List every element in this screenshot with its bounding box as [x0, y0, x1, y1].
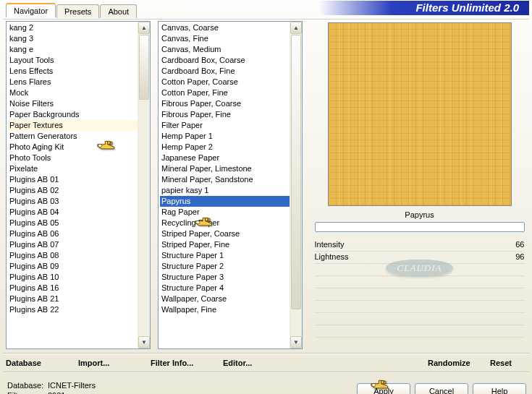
scroll-up-icon[interactable]: ▲ [138, 22, 150, 34]
filter-info-link[interactable]: Filter Info... [151, 359, 223, 367]
list-item[interactable]: Structure Paper 1 [160, 250, 300, 261]
slider-intensity[interactable]: Intensity 66 [315, 239, 525, 252]
slider-panel: Intensity 66 Lightness 96 . . . . . . CL… [315, 239, 525, 338]
progress-bar [315, 222, 525, 232]
list-item[interactable]: Cardboard Box, Coarse [160, 55, 300, 66]
status-text: Database:ICNET-Filters Filters:2931 [7, 380, 96, 394]
list-item[interactable]: Cotton Paper, Coarse [160, 77, 300, 87]
list-item[interactable]: Noise Filters [8, 98, 148, 109]
list-item[interactable]: Plugins AB 06 [8, 228, 148, 239]
list-item[interactable]: Mineral Paper, Limestone [160, 163, 300, 174]
list-item[interactable]: Wallpaper, Coarse [160, 294, 300, 304]
list-item[interactable]: Canvas, Medium [160, 44, 300, 55]
tab-about[interactable]: About [100, 4, 137, 18]
list-item[interactable]: Structure Paper 4 [160, 283, 300, 294]
list-item[interactable]: Paper Backgrounds [8, 109, 148, 120]
list-item[interactable]: Paper Textures [8, 120, 148, 131]
preview-label: Papyrus [405, 210, 434, 219]
list-item[interactable]: Hemp Paper 2 [160, 142, 300, 153]
tab-presets[interactable]: Presets [56, 4, 99, 18]
scrollbar[interactable]: ▲ ▼ [290, 22, 302, 348]
list-item[interactable]: Wallpaper, Fine [160, 304, 300, 315]
list-item[interactable]: kang e [8, 44, 148, 55]
reset-link[interactable]: Reset [490, 359, 526, 367]
database-link[interactable]: Database [6, 359, 78, 367]
list-item[interactable]: Cotton Paper, Fine [160, 87, 300, 98]
list-item[interactable]: Plugins AB 01 [8, 174, 148, 185]
list-item[interactable]: Cardboard Box, Fine [160, 66, 300, 77]
preview-image [328, 22, 512, 206]
list-item[interactable]: Photo Tools [8, 153, 148, 163]
category-list[interactable]: kang 2kang 3kang eLayout ToolsLens Effec… [6, 21, 151, 349]
scroll-thumb[interactable] [139, 35, 149, 100]
list-item[interactable]: Photo Aging Kit [8, 142, 148, 153]
list-item[interactable]: Plugins AB 03 [8, 196, 148, 207]
tab-navigator[interactable]: Navigator [6, 3, 56, 17]
list-item[interactable]: Mock [8, 87, 148, 98]
list-item[interactable]: Japanese Paper [160, 153, 300, 163]
scroll-down-icon[interactable]: ▼ [138, 336, 150, 348]
slider-value: 66 [515, 240, 524, 250]
list-item[interactable]: Plugins AB 09 [8, 261, 148, 272]
list-item[interactable]: Plugins AB 08 [8, 250, 148, 261]
randomize-link[interactable]: Randomize [428, 359, 490, 367]
list-item[interactable]: Layout Tools [8, 55, 148, 66]
tab-strip: Navigator Presets About [6, 1, 138, 17]
list-item[interactable]: Plugins AB 10 [8, 272, 148, 283]
list-item[interactable]: Recycling Paper [160, 218, 300, 228]
list-item[interactable]: Structure Paper 3 [160, 272, 300, 283]
list-item[interactable]: Plugins AB 05 [8, 218, 148, 228]
list-item[interactable]: Striped Paper, Fine [160, 239, 300, 250]
list-item[interactable]: Canvas, Fine [160, 33, 300, 44]
list-item[interactable]: Pattern Generators [8, 131, 148, 142]
scroll-up-icon[interactable]: ▲ [290, 22, 302, 34]
list-item[interactable]: Mineral Paper, Sandstone [160, 174, 300, 185]
list-item[interactable]: Hemp Paper 1 [160, 131, 300, 142]
apply-button[interactable]: Apply [357, 383, 410, 394]
list-item[interactable]: Fibrous Paper, Fine [160, 109, 300, 120]
list-item[interactable]: kang 2 [8, 22, 148, 33]
list-item[interactable]: kang 3 [8, 33, 148, 44]
editor-link[interactable]: Editor... [223, 359, 295, 367]
list-item[interactable]: Papyrus [160, 196, 300, 207]
title-banner: Filters Unlimited 2.0 [318, 1, 529, 15]
list-item[interactable]: papier kasy 1 [160, 185, 300, 196]
list-item[interactable]: Plugins AB 02 [8, 185, 148, 196]
list-item[interactable]: Lens Effects [8, 66, 148, 77]
list-item[interactable]: Plugins AB 07 [8, 239, 148, 250]
list-item[interactable]: Canvas, Coarse [160, 22, 300, 33]
list-item[interactable]: Plugins AB 04 [8, 207, 148, 218]
slider-value: 96 [515, 252, 524, 262]
scroll-down-icon[interactable]: ▼ [290, 336, 302, 348]
scroll-thumb[interactable] [291, 35, 301, 309]
watermark: CLAUDIA [386, 262, 454, 274]
list-item[interactable]: Plugins AB 16 [8, 283, 148, 294]
filter-list[interactable]: Canvas, CoarseCanvas, FineCanvas, Medium… [158, 21, 303, 349]
list-item[interactable]: Fibrous Paper, Coarse [160, 98, 300, 109]
list-item[interactable]: Lens Flares [8, 77, 148, 87]
list-item[interactable]: Rag Paper [160, 207, 300, 218]
list-item[interactable]: Filter Paper [160, 120, 300, 131]
list-item[interactable]: Structure Paper 2 [160, 261, 300, 272]
help-button[interactable]: Help [473, 383, 526, 394]
cancel-button[interactable]: Cancel [415, 383, 468, 394]
slider-label: Lightness [315, 252, 349, 262]
list-item[interactable]: Pixelate [8, 163, 148, 174]
list-item[interactable]: Striped Paper, Coarse [160, 228, 300, 239]
import-link[interactable]: Import... [78, 359, 151, 367]
slider-label: Intensity [315, 240, 345, 250]
list-item[interactable]: Plugins AB 21 [8, 294, 148, 304]
scrollbar[interactable]: ▲ ▼ [138, 22, 150, 348]
list-item[interactable]: Plugins AB 22 [8, 304, 148, 315]
